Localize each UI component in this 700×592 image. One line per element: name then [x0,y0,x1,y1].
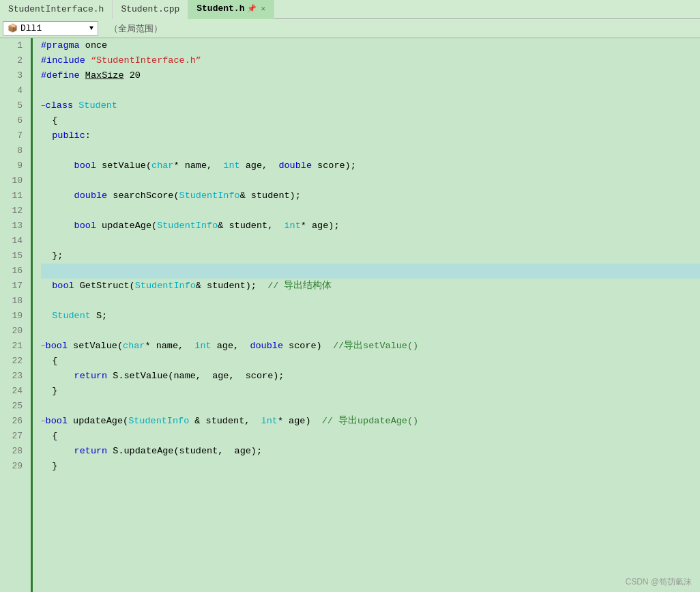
code-line-29: } [41,459,700,474]
line-num-6: 6 [0,113,25,128]
fold-icon-5[interactable]: − [41,98,46,113]
line-num-9: 9 [0,158,25,173]
type-int-13: int [284,219,300,234]
type-char-21: char [123,339,145,354]
keyword-return-28: return [74,444,108,459]
type-char-9: char [151,158,173,173]
type-int-21: int [194,339,211,354]
line-num-22: 22 [0,354,25,369]
line-num-7: 7 [0,128,25,143]
scope-value: Dll1 [20,23,42,33]
line-num-17: 17 [0,279,25,294]
line-num-12: 12 [0,203,25,219]
string-studentinterface: “StudentInterface.h” [91,53,201,68]
scope-icon: 📦 [8,23,18,33]
type-studentinfo-11: StudentInfo [179,188,240,203]
code-line-13: bool updateAge(StudentInfo& student, int… [41,219,700,234]
code-line-11: double searchScore(StudentInfo& student)… [41,188,700,203]
line-num-1: 1 [0,38,25,53]
code-line-18 [41,294,700,309]
line-num-10: 10 [0,173,25,188]
line-num-21: 21 [0,339,25,354]
keyword-return-23: return [74,369,108,384]
code-line-23: return S.setValue(name, age, score); [41,369,700,384]
keyword-bool-17: bool [52,279,74,294]
code-line-12 [41,203,700,219]
type-int-9: int [223,158,239,173]
keyword-bool-13: bool [74,219,96,234]
code-line-25 [41,399,700,414]
code-line-15: }; [41,249,700,264]
line-num-19: 19 [0,309,25,324]
comment-21: //导出setValue() [333,339,418,354]
code-line-4 [41,83,700,98]
tab-label: StudentInterface.h [8,4,104,14]
macro-maxsize: MaxSize [85,68,124,83]
line-num-14: 14 [0,234,25,249]
tab-bar: StudentInterface.h Student.cpp Student.h… [0,0,700,19]
line-num-18: 18 [0,294,25,309]
code-line-6: { [41,113,700,128]
line-num-3: 3 [0,68,25,83]
chevron-down-icon: ▼ [89,25,93,32]
line-num-8: 8 [0,143,25,158]
toolbar: 📦 Dll1 ▼ （全局范围） [0,19,700,38]
code-line-28: return S.updateAge(student, age); [41,444,700,459]
keyword-bool-21: bool [46,339,68,354]
fold-icon-26[interactable]: − [41,414,46,429]
code-line-10 [41,173,700,188]
keyword-define: #define [41,68,80,83]
keyword-bool-26: bool [46,414,68,429]
classname-student: Student [78,98,117,113]
keyword-double-9: double [278,158,312,173]
code-line-7: public: [41,128,700,143]
code-line-9: bool setValue(char* name, int age, doubl… [41,158,700,173]
code-line-1: #pragma once [41,38,700,53]
keyword-double-11: double [74,188,108,203]
code-line-27: { [41,429,700,444]
code-line-20 [41,324,700,339]
line-num-15: 15 [0,249,25,264]
tab-studentinterface[interactable]: StudentInterface.h [0,0,113,19]
type-studentinfo-26: StudentInfo [128,414,189,429]
type-student-19: Student [52,309,91,324]
line-num-2: 2 [0,53,25,68]
line-num-16: 16 [0,264,25,279]
line-num-23: 23 [0,369,25,384]
comment-26: // 导出updateAge() [322,414,418,429]
tab-studentcpp[interactable]: Student.cpp [113,0,188,19]
code-line-21: −bool setValue(char* name, int age, doub… [41,339,700,354]
line-num-11: 11 [0,188,25,203]
keyword-include: #include [41,53,85,68]
scope-dropdown[interactable]: 📦 Dll1 ▼ [3,21,98,36]
line-numbers: 1 2 3 4 5 6 7 8 9 10 11 12 13 14 15 16 1… [0,38,33,592]
line-num-26: 26 [0,414,25,429]
line-num-20: 20 [0,324,25,339]
keyword-public: public [52,128,85,143]
code-content[interactable]: #pragma once #include “StudentInterface.… [33,38,700,592]
code-line-14 [41,234,700,249]
code-line-19: Student S; [41,309,700,324]
code-line-26: −bool updateAge(StudentInfo & student, i… [41,414,700,429]
code-line-3: #define MaxSize 20 [41,68,700,83]
line-num-25: 25 [0,399,25,414]
line-num-5: 5 [0,98,25,113]
keyword-double-21: double [250,339,283,354]
code-line-16 [41,264,700,279]
keyword-bool-9: bool [74,158,96,173]
type-studentinfo-13: StudentInfo [157,219,218,234]
pin-icon[interactable]: 📌 [247,4,257,13]
line-num-13: 13 [0,219,25,234]
close-icon[interactable]: ✕ [261,4,265,13]
tab-studenth[interactable]: Student.h 📌 ✕ [188,0,274,19]
line-num-27: 27 [0,429,25,444]
tab-label: Student.h [196,3,244,14]
scope-label: （全局范围） [104,23,162,35]
code-line-17: bool GetStruct(StudentInfo& student); //… [41,279,700,294]
fold-icon-21[interactable]: − [41,339,46,354]
type-int-26: int [261,414,278,429]
code-line-2: #include “StudentInterface.h” [41,53,700,68]
keyword-class: class [46,98,74,113]
code-line-8 [41,143,700,158]
code-line-24: } [41,384,700,399]
